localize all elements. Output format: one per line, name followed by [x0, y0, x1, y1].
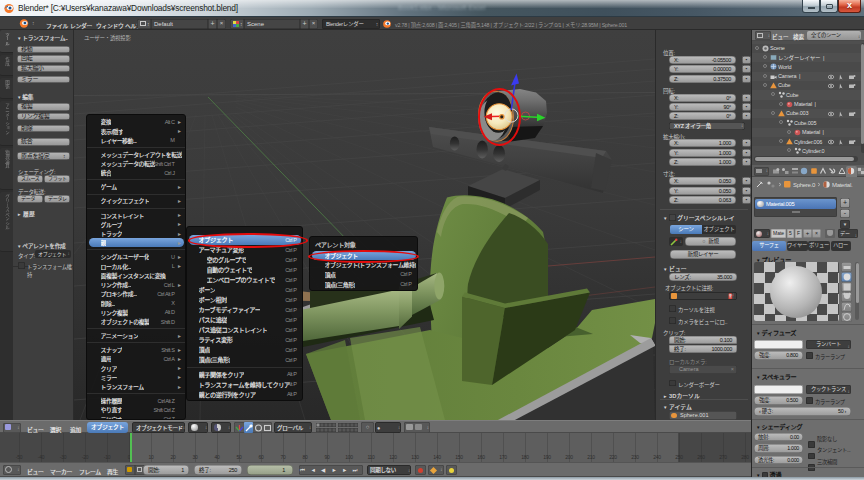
svg-text:Material.: Material.: [832, 182, 853, 188]
svg-text:ユーザー・透視投影: ユーザー・透視投影: [84, 34, 131, 42]
svg-text:Sphere.0: Sphere.0: [793, 182, 816, 188]
